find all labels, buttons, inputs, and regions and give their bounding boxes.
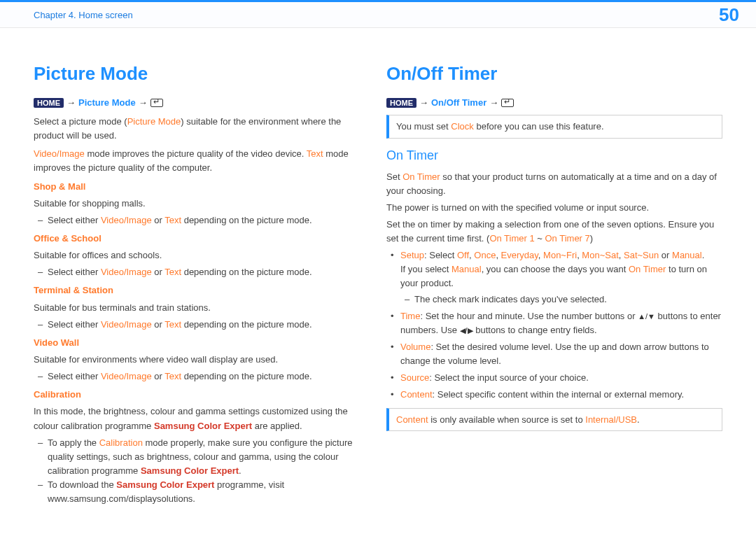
- label-office-school: Office & School: [34, 233, 102, 244]
- group-calibration: Calibration In this mode, the brightness…: [34, 388, 370, 506]
- nav-path-onoff-timer: HOME → On/Off Timer →: [386, 97, 722, 108]
- home-badge: HOME: [34, 98, 64, 108]
- desc-office-school: Suitable for offices and schools.: [34, 248, 370, 262]
- arrow-icon: →: [139, 97, 148, 108]
- label-shop-mall: Shop & Mall: [34, 181, 85, 192]
- group-office-school: Office & School Suitable for offices and…: [34, 232, 370, 279]
- callout-content: Content is only available when source is…: [386, 408, 722, 432]
- group-terminal-station: Terminal & Station Suitable for bus term…: [34, 283, 370, 331]
- bullet-time: Time: Set the hour and minute. Use the n…: [386, 309, 722, 337]
- page-number: 50: [719, 4, 739, 26]
- callout-clock: You must set Clock before you can use th…: [386, 115, 722, 139]
- bullet-video-wall: Select either Video/Image or Text depend…: [34, 370, 370, 384]
- desc-terminal-station: Suitable for bus terminals and train sta…: [34, 301, 370, 315]
- intro-paragraph-2: Video/Image mode improves the picture qu…: [34, 147, 370, 175]
- bullet-content: Content: Select specific content within …: [386, 388, 722, 402]
- left-column: Picture Mode HOME → Picture Mode → Selec…: [34, 63, 370, 506]
- group-shop-mall: Shop & Mall Suitable for shopping malls.…: [34, 180, 370, 227]
- up-down-icon: ▲/▼: [638, 311, 655, 323]
- content-area: Picture Mode HOME → Picture Mode → Selec…: [0, 28, 756, 506]
- arrow-icon: →: [489, 97, 498, 108]
- ontimer-p2: The power is turned on with the specifie…: [386, 201, 722, 215]
- enter-icon: [150, 99, 163, 107]
- label-terminal-station: Terminal & Station: [34, 285, 113, 295]
- arrow-icon: →: [66, 97, 76, 108]
- ontimer-p1: Set On Timer so that your product turns …: [386, 170, 722, 198]
- right-column: On/Off Timer HOME → On/Off Timer → You m…: [386, 63, 722, 506]
- bullet-volume: Volume: Set the desired volume level. Us…: [386, 340, 722, 368]
- bullet-shop-mall: Select either Video/Image or Text depend…: [34, 213, 370, 227]
- ontimer-p3: Set the on timer by making a selection f…: [386, 218, 722, 246]
- section-title-picture-mode: Picture Mode: [34, 63, 370, 85]
- desc-shop-mall: Suitable for shopping malls.: [34, 197, 370, 211]
- bullet-office-school: Select either Video/Image or Text depend…: [34, 265, 370, 279]
- desc-calibration: In this mode, the brightness, colour and…: [34, 405, 370, 433]
- nav-highlight: On/Off Timer: [431, 97, 486, 108]
- bullet-setup: Setup: Select Off, Once, Everyday, Mon~F…: [386, 248, 722, 307]
- top-bar: Chapter 4. Home screen 50: [0, 0, 756, 28]
- arrow-icon: →: [419, 97, 428, 108]
- bullet-source: Source: Select the input source of your …: [386, 371, 722, 385]
- label-video-wall: Video Wall: [34, 337, 79, 348]
- calibration-dash-1: To apply the Calibration mode properly, …: [34, 436, 370, 478]
- home-badge: HOME: [386, 98, 416, 108]
- nav-highlight: Picture Mode: [78, 97, 136, 108]
- nav-path-picture-mode: HOME → Picture Mode →: [34, 97, 370, 108]
- intro-paragraph-1: Select a picture mode (Picture Mode) sui…: [34, 115, 370, 143]
- section-title-onoff-timer: On/Off Timer: [386, 63, 722, 85]
- subsection-on-timer: On Timer: [386, 148, 722, 163]
- bullet-terminal-station: Select either Video/Image or Text depend…: [34, 318, 370, 332]
- setup-dash-1: The check mark indicates days you've sel…: [400, 293, 722, 307]
- breadcrumb[interactable]: Chapter 4. Home screen: [34, 10, 133, 20]
- left-right-icon: ◀/▶: [460, 325, 473, 337]
- label-calibration: Calibration: [34, 389, 81, 400]
- calibration-dash-2: To download the Samsung Color Expert pro…: [34, 478, 370, 506]
- desc-video-wall: Suitable for environments where video wa…: [34, 353, 370, 367]
- enter-icon: [501, 99, 514, 107]
- group-video-wall: Video Wall Suitable for environments whe…: [34, 336, 370, 384]
